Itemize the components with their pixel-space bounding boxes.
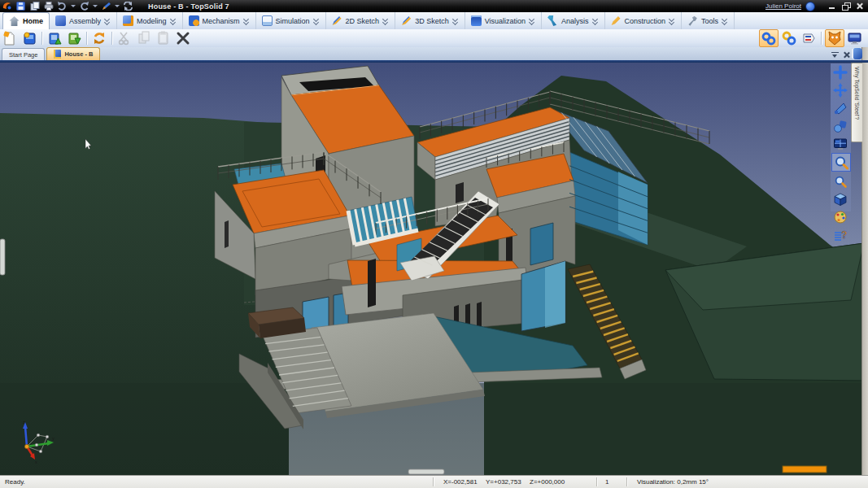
synchronize-icon[interactable] <box>90 30 108 46</box>
tab-house-b[interactable]: House - B <box>46 47 100 60</box>
statusbar-separator <box>626 477 627 486</box>
window-right-edge <box>861 47 868 475</box>
zoom-icon[interactable] <box>831 172 849 190</box>
display-screen-icon[interactable] <box>846 30 864 46</box>
status-message: Ready. <box>5 478 25 486</box>
open-document-icon[interactable] <box>20 30 38 46</box>
print-icon[interactable] <box>42 1 55 11</box>
chevron-down-icon[interactable] <box>382 17 389 24</box>
tab-label: Analysis <box>561 17 589 25</box>
new-document-icon[interactable] <box>1 30 19 46</box>
refresh-icon[interactable] <box>122 1 134 11</box>
tab-start-page[interactable]: Start Page <box>2 48 45 60</box>
tab-analysis[interactable]: Analysis <box>542 12 605 29</box>
document-icon <box>54 50 61 59</box>
close-tab-icon[interactable] <box>843 51 850 59</box>
edit-dropdown-icon[interactable] <box>115 5 120 7</box>
tab-label: Modeling <box>137 17 167 25</box>
toolbar-separator <box>821 32 822 45</box>
tab-label: 2D Sketch <box>346 17 380 25</box>
tab-3d-sketch[interactable]: 3D Sketch <box>395 12 465 29</box>
user-status-icon[interactable] <box>805 2 815 11</box>
chevron-down-icon[interactable] <box>592 17 599 24</box>
tab-simulation[interactable]: Simulation <box>256 12 326 29</box>
modeling-icon <box>123 15 133 26</box>
undo-icon[interactable] <box>56 1 68 11</box>
tools-icon <box>687 15 698 26</box>
mechanism-icon <box>189 15 199 26</box>
svg-text:z: z <box>23 420 25 425</box>
zoom-window-icon[interactable] <box>831 153 851 172</box>
toolbar-separator <box>86 32 87 45</box>
tab-tools[interactable]: Tools <box>682 12 735 29</box>
mascot-icon[interactable] <box>825 29 844 47</box>
edit-pen-icon[interactable] <box>100 1 112 11</box>
tab-assembly[interactable]: Assembly <box>50 12 117 29</box>
user-account-link[interactable]: Julien Poirot <box>765 2 801 10</box>
price-tag-icon[interactable] <box>800 30 818 46</box>
statusbar-separator <box>433 477 434 486</box>
svg-text:y: y <box>52 436 55 441</box>
save-icon[interactable] <box>15 1 27 11</box>
svg-text:x: x <box>35 460 37 464</box>
chevron-down-icon[interactable] <box>452 17 459 24</box>
svg-text:?: ? <box>841 229 847 241</box>
tab-home[interactable]: Home <box>2 12 50 29</box>
2d-sketch-icon <box>332 15 342 26</box>
simulation-icon <box>262 15 273 26</box>
3d-viewport[interactable]: z y x <box>0 61 868 475</box>
topsolid-logo-icon <box>1 1 13 11</box>
left-panel-grip[interactable] <box>0 239 5 275</box>
chevron-down-icon[interactable] <box>669 17 675 24</box>
chevron-down-icon[interactable] <box>529 17 535 24</box>
chevron-down-icon[interactable] <box>722 17 728 24</box>
chevron-down-icon[interactable] <box>104 17 111 24</box>
help-icon[interactable]: ? <box>831 226 849 243</box>
minimize-button[interactable] <box>827 2 838 11</box>
tab-visualization[interactable]: Visualization <box>465 12 542 29</box>
check-out-document-icon[interactable] <box>65 30 83 46</box>
help-book-icon[interactable] <box>852 48 862 59</box>
redo-icon[interactable] <box>78 1 90 11</box>
select-cross-icon[interactable] <box>831 63 849 81</box>
coordinate-x: X=-002,581 <box>443 478 478 486</box>
isometric-view-icon[interactable] <box>831 190 849 207</box>
home-icon <box>9 16 20 27</box>
quick-toolbar-right <box>758 29 865 47</box>
visualization-icon <box>471 15 482 26</box>
progress-bar <box>783 466 827 473</box>
viewports-icon[interactable] <box>831 135 849 152</box>
chevron-down-icon[interactable] <box>170 17 177 24</box>
3d-sketch-icon <box>401 15 412 26</box>
bottom-panel-grip[interactable] <box>408 469 444 474</box>
application-window: House - B - TopSolid 7 Julien Poirot Hom… <box>0 0 868 488</box>
undo-dropdown-icon[interactable] <box>71 5 76 7</box>
restore-button[interactable] <box>840 2 852 11</box>
close-button[interactable] <box>854 2 866 11</box>
title-bar: House - B - TopSolid 7 Julien Poirot <box>0 0 868 12</box>
tab-modeling[interactable]: Modeling <box>117 12 183 29</box>
scale-value: 1 <box>605 478 608 486</box>
tab-list-icon[interactable] <box>831 52 839 59</box>
render-style-icon[interactable] <box>831 117 849 134</box>
chevron-down-icon[interactable] <box>313 17 320 24</box>
tab-2d-sketch[interactable]: 2D Sketch <box>326 12 396 29</box>
tab-label: Start Page <box>9 51 37 59</box>
toolbar-separator <box>111 32 112 45</box>
tab-mechanism[interactable]: Mechanism <box>183 12 256 29</box>
side-panel-tab[interactable]: Why TopSolid 'Steel'? <box>851 63 862 142</box>
tab-label: Assembly <box>69 17 101 25</box>
spotlight-icon[interactable] <box>831 99 849 116</box>
check-in-document-icon[interactable] <box>46 30 63 46</box>
kinematics-gears-icon[interactable] <box>780 30 798 46</box>
window-title: House - B - TopSolid 7 <box>148 2 765 11</box>
chevron-down-icon[interactable] <box>243 17 250 24</box>
tab-construction[interactable]: Construction <box>605 12 683 29</box>
redo-dropdown-icon[interactable] <box>93 5 98 7</box>
status-bar: Ready. X=-002,581 Y=+032,753 Z=+000,000 … <box>0 475 868 488</box>
delete-icon[interactable] <box>174 30 192 46</box>
pan-view-icon[interactable] <box>831 81 849 98</box>
render-palette-icon[interactable] <box>831 208 849 225</box>
options-gears-icon[interactable] <box>759 29 779 47</box>
save-all-icon[interactable] <box>28 1 41 11</box>
